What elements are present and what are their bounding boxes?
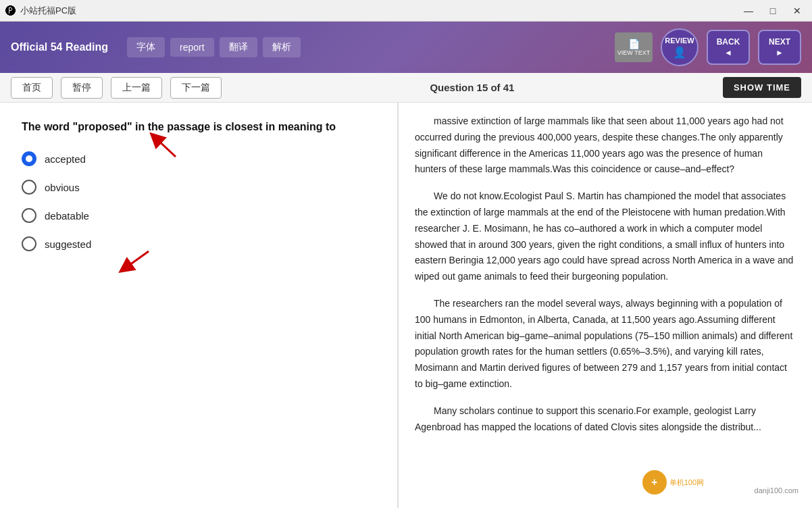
- danji-watermark: danji100.com: [755, 486, 798, 494]
- next-button[interactable]: NEXT ►: [758, 30, 801, 65]
- report-button[interactable]: report: [170, 38, 214, 57]
- watermark: + 单机100网: [642, 470, 704, 494]
- pause-button[interactable]: 暂停: [61, 77, 103, 99]
- review-icon: 👤: [673, 46, 686, 59]
- watermark-label: 单机100网: [669, 478, 704, 488]
- watermark-circle: +: [642, 470, 667, 494]
- svg-line-3: [125, 251, 149, 268]
- header-nav: 字体 report 翻译 解析: [127, 37, 301, 57]
- close-button[interactable]: ✕: [788, 4, 807, 18]
- back-arrow-icon: ◄: [724, 48, 732, 57]
- prev-button[interactable]: 上一篇: [111, 77, 162, 99]
- radio-c[interactable]: [22, 208, 36, 223]
- title-bar: 🅟 小站托福PC版 — □ ✕: [0, 0, 812, 22]
- view-text-label: VIEW TEXT: [617, 49, 650, 56]
- window-controls: — □ ✕: [739, 4, 807, 18]
- option-d-label: suggested: [45, 238, 91, 250]
- back-label: BACK: [717, 37, 740, 47]
- option-c-label: debatable: [45, 210, 89, 222]
- option-c[interactable]: debatable: [22, 208, 376, 223]
- passage-panel[interactable]: massive extinction of large mammals like…: [399, 103, 812, 508]
- option-b-label: obvious: [45, 182, 80, 193]
- analysis-button[interactable]: 解析: [263, 37, 301, 57]
- passage-para-1: massive extinction of large mammals like…: [415, 113, 796, 178]
- passage-para-3: The researchers ran the model several wa…: [415, 296, 796, 392]
- font-button[interactable]: 字体: [127, 37, 165, 57]
- translate-button[interactable]: 翻译: [220, 37, 257, 57]
- home-button[interactable]: 首页: [11, 77, 53, 99]
- option-b[interactable]: obvious: [22, 180, 376, 195]
- view-text-button[interactable]: 📄 VIEW TEXT: [615, 32, 653, 62]
- radio-a[interactable]: [22, 151, 36, 166]
- option-d[interactable]: suggested: [22, 236, 376, 251]
- review-label: REVIEW: [665, 36, 694, 45]
- reading-title: Official 54 Reading: [11, 41, 108, 53]
- option-a[interactable]: accepted: [22, 151, 376, 166]
- radio-b[interactable]: [22, 180, 36, 195]
- passage-para-4: Many scholars continue to support this s…: [415, 403, 796, 436]
- header: Official 54 Reading 字体 report 翻译 解析 📄 VI…: [0, 22, 812, 73]
- question-info: Question 15 of 41: [230, 82, 715, 93]
- app-title: 小站托福PC版: [20, 5, 739, 17]
- app-icon: 🅟: [5, 5, 16, 16]
- show-time-button[interactable]: SHOW TIME: [723, 77, 801, 98]
- options-list: accepted obvious debatable suggested: [22, 151, 376, 251]
- radio-d[interactable]: [22, 236, 36, 251]
- radio-inner-a: [26, 155, 32, 162]
- main-content: The word "proposed" in the passage is cl…: [0, 103, 812, 508]
- back-button[interactable]: BACK ◄: [707, 30, 750, 65]
- passage-para-2: We do not know.Ecologist Paul S. Martin …: [415, 188, 796, 285]
- next-arrow-icon: ►: [776, 48, 784, 57]
- toolbar: 首页 暂停 上一篇 下一篇 Question 15 of 41 SHOW TIM…: [0, 73, 812, 103]
- maximize-button[interactable]: □: [763, 4, 782, 18]
- question-panel: The word "proposed" in the passage is cl…: [0, 103, 399, 508]
- passage-text: massive extinction of large mammals like…: [415, 113, 796, 435]
- next-passage-button[interactable]: 下一篇: [170, 77, 222, 99]
- review-button[interactable]: REVIEW 👤: [661, 28, 699, 66]
- question-text: The word "proposed" in the passage is cl…: [22, 119, 376, 135]
- minimize-button[interactable]: —: [739, 4, 758, 18]
- view-text-icon: 📄: [628, 39, 640, 49]
- option-a-label: accepted: [45, 153, 86, 165]
- next-label: NEXT: [769, 37, 790, 47]
